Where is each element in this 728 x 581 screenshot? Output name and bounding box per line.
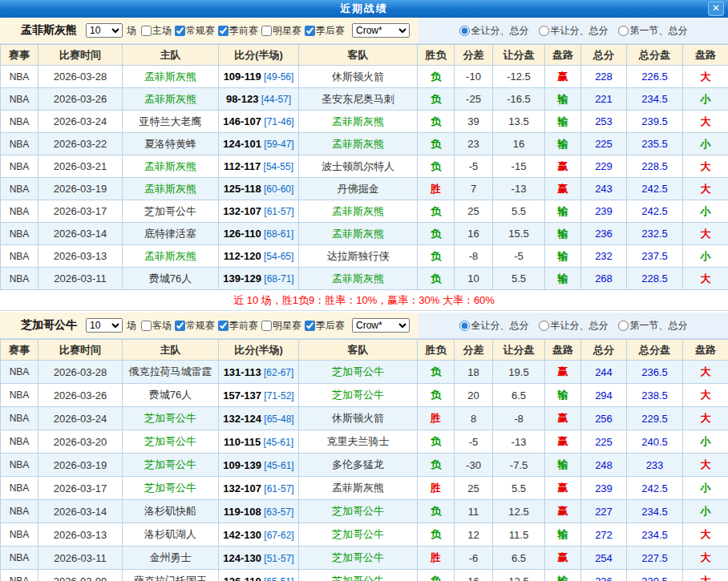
games-count-select[interactable]: 10 [86,318,123,333]
cell-away-team: 圣安东尼奥马刺 [299,88,418,111]
cell-handicap-result: 赢 [545,361,581,384]
cell-result: 负 [418,66,455,88]
filter-checkbox-regular-season[interactable] [175,321,185,331]
full-score: 124-130 [223,552,261,564]
filter-checkbox-away-games[interactable] [141,321,152,331]
cell-date: 2026-03-19 [38,454,123,477]
radio-first-quarter-total[interactable] [618,26,629,36]
filter-checkbox-all-star[interactable] [261,321,272,331]
half-score: [54-65] [261,251,294,262]
cell-score: 131-113 [62-67] [219,361,299,384]
filter-option-all-star[interactable]: 明星赛 [261,319,301,333]
half-score: [54-55] [261,161,293,172]
cell-point-diff: 10 [455,268,493,290]
cell-total-points: 244 [581,361,627,384]
filter-checkbox-home-games[interactable] [141,26,152,36]
filter-label: 季前赛 [229,319,258,333]
game-row: NBA2026-03-17芝加哥公牛132-107 [61-57]孟菲斯灰熊负2… [1,200,728,223]
cell-handicap-result: 输 [545,268,581,290]
full-score: 98-123 [226,93,258,105]
filter-option-preseason[interactable]: 季前赛 [218,319,258,333]
radio-first-quarter-total[interactable] [618,321,629,331]
cell-handicap-result: 输 [545,111,581,133]
games-count-select[interactable]: 10 [86,23,123,38]
filter-checkbox-playoffs[interactable] [305,321,315,331]
radio-half-handicap-total[interactable] [539,321,549,331]
odds-company-select[interactable]: Crow* [352,318,410,333]
cell-away-team: 孟菲斯灰熊 [299,477,418,500]
game-row: NBA2026-03-17芝加哥公牛132-107 [61-57]孟菲斯灰熊胜2… [1,477,728,500]
game-row: NBA2026-03-14底特律活塞126-110 [68-61]孟菲斯灰熊负1… [1,223,728,245]
column-header: 盘路 [545,45,581,66]
radio-label: 全让分、总分 [471,319,529,333]
odds-company-select[interactable]: Crow* [352,23,410,38]
half-score: [71-52] [261,390,294,401]
filter-checkbox-preseason[interactable] [218,26,229,36]
cell-over-under: 小 [683,245,728,268]
cell-handicap-line: -13 [493,430,545,454]
cell-league: NBA [1,133,38,155]
cell-score: 110-115 [45-61] [219,430,299,454]
cell-over-under: 大 [683,407,728,430]
cell-total-line: 228.5 [627,155,683,178]
filter-option-playoffs[interactable]: 季后赛 [305,24,345,38]
cell-league: NBA [1,111,38,133]
cell-away-team: 孟菲斯灰熊 [299,200,418,223]
filter-option-regular-season[interactable]: 常规赛 [175,24,215,38]
cell-away-team: 孟菲斯灰熊 [299,268,418,290]
cell-total-line: 229.5 [627,407,683,430]
full-score: 132-107 [223,205,261,217]
cell-result: 负 [418,361,455,384]
full-score: 131-113 [224,366,261,378]
cell-away-team: 波士顿凯尔特人 [299,155,418,178]
cell-date: 2026-03-24 [38,111,123,133]
cell-away-team: 芝加哥公牛 [299,384,418,407]
cell-over-under: 小 [683,200,728,223]
cell-score: 126-110 [65-51] [219,570,299,581]
cell-home-team: 芝加哥公牛 [123,407,219,430]
radio-full-handicap-total[interactable] [459,26,470,36]
filter-option-preseason[interactable]: 季前赛 [218,24,258,38]
filter-option-playoffs[interactable]: 季后赛 [305,319,345,333]
radio-option-first-quarter-total[interactable]: 第一节、总分 [618,24,688,38]
cell-home-team: 芝加哥公牛 [123,200,219,223]
close-icon[interactable]: ✕ [708,2,724,16]
filter-bar: 孟菲斯灰熊10场主场常规赛季前赛明星赛季后赛Crow*全让分、总分半让分、总分第… [0,18,728,44]
cell-home-team: 孟菲斯灰熊 [123,66,219,88]
cell-over-under: 大 [683,454,728,477]
filter-checkbox-regular-season[interactable] [175,26,185,36]
filter-checkbox-preseason[interactable] [218,321,229,331]
filter-label: 季后赛 [316,24,345,38]
filter-checkbox-all-star[interactable] [261,26,272,36]
radio-option-half-handicap-total[interactable]: 半让分、总分 [539,319,609,333]
filter-option-away-games[interactable]: 客场 [141,319,172,333]
cell-total-points: 225 [581,133,627,155]
radio-option-full-handicap-total[interactable]: 全让分、总分 [459,24,529,38]
half-score: [61-57] [261,206,294,217]
column-header: 比赛时间 [38,340,123,361]
column-header: 总分 [581,45,627,66]
filter-checkbox-playoffs[interactable] [305,26,315,36]
cell-date: 2026-03-17 [38,200,123,223]
filter-option-regular-season[interactable]: 常规赛 [175,319,215,333]
team-name: 孟菲斯灰熊 [21,23,77,38]
cell-total-points: 229 [581,155,627,178]
column-header: 赛事 [1,45,38,66]
radio-full-handicap-total[interactable] [459,321,470,331]
cell-score: 132-107 [61-57] [219,477,299,500]
cell-total-points: 254 [581,547,627,570]
game-row: NBA2026-03-11金州勇士124-130 [51-57]芝加哥公牛胜-6… [1,547,728,570]
filter-option-all-star[interactable]: 明星赛 [261,24,301,38]
radio-option-half-handicap-total[interactable]: 半让分、总分 [539,24,609,38]
radio-option-full-handicap-total[interactable]: 全让分、总分 [459,319,529,333]
filter-option-home-games[interactable]: 主场 [141,24,172,38]
cell-handicap-result: 赢 [545,477,581,500]
cell-away-team: 多伦多猛龙 [299,454,418,477]
radio-half-handicap-total[interactable] [539,26,549,36]
cell-handicap-line: -12.5 [493,66,545,88]
cell-handicap-result: 赢 [545,547,581,570]
filter-bar-left: 孟菲斯灰熊10场主场常规赛季前赛明星赛季后赛Crow* [0,18,419,43]
radio-option-first-quarter-total[interactable]: 第一节、总分 [618,319,688,333]
team-section-0: 孟菲斯灰熊10场主场常规赛季前赛明星赛季后赛Crow*全让分、总分半让分、总分第… [0,18,728,311]
cell-date: 2026-03-21 [38,155,123,178]
